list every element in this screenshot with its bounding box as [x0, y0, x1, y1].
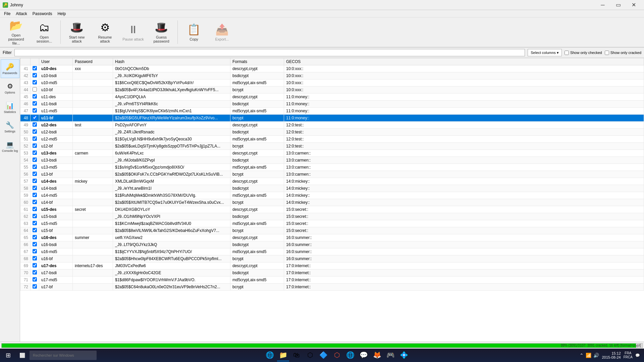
- filter-input[interactable]: [14, 49, 525, 56]
- row-checkbox[interactable]: [33, 165, 37, 169]
- row-checkbox[interactable]: [33, 136, 37, 141]
- col-user-header[interactable]: User: [39, 58, 73, 65]
- minimize-button[interactable]: ─: [595, 0, 610, 10]
- start-menu-button[interactable]: ⊞: [1, 349, 15, 362]
- taskbar-git-icon[interactable]: ⬡: [331, 349, 343, 361]
- table-row[interactable]: 61 u15-des secret DKU4DXGBOYLoY descrypt…: [20, 206, 644, 213]
- row-checkbox-cell[interactable]: [31, 94, 39, 101]
- table-row[interactable]: 68 u16-bf $2a$05$Hhcw0tpF84XEBCWRTu6EQuB…: [20, 255, 644, 262]
- taskbar-ie-icon[interactable]: 🌐: [264, 349, 276, 361]
- table-row[interactable]: 72 u17-bf $2a$05$C64n8ukaO0Ln0eO2hr31euV…: [20, 284, 644, 291]
- menu-file[interactable]: File: [1, 11, 13, 17]
- row-checkbox-cell[interactable]: [31, 171, 39, 178]
- row-checkbox-cell[interactable]: [31, 143, 39, 150]
- row-checkbox[interactable]: [33, 94, 37, 99]
- row-checkbox[interactable]: [33, 214, 37, 218]
- row-checkbox-cell[interactable]: [31, 185, 39, 192]
- table-row[interactable]: 51 u12-md5 $1$GyLVg8.N$HH9u6xh9k7jvoSyQe…: [20, 136, 644, 143]
- taskbar-explorer-icon[interactable]: 📁: [277, 349, 289, 361]
- row-checkbox-cell[interactable]: [31, 115, 39, 122]
- row-checkbox[interactable]: [33, 172, 37, 176]
- row-checkbox[interactable]: [33, 66, 37, 70]
- row-checkbox-cell[interactable]: [31, 192, 39, 199]
- row-checkbox-cell[interactable]: [31, 65, 39, 72]
- row-checkbox[interactable]: [33, 200, 37, 204]
- row-checkbox[interactable]: [33, 263, 37, 267]
- row-checkbox-cell[interactable]: [31, 284, 39, 291]
- table-row[interactable]: 71 u17-md5 $1$d86Fdpaw$IYOOR1VrhWmV.FJAa…: [20, 277, 644, 284]
- table-row[interactable]: 46 u11-bsdi _J9..vPm6TSYt4RlkK6c bsdicry…: [20, 101, 644, 108]
- table-row[interactable]: 52 u12-bf $2a$05$ueLDqSITjmK/y8gdsSzppOT…: [20, 143, 644, 150]
- table-row[interactable]: 47 u11-md5 $1$tgUVnHqS$C/K6lywCKk6/zmiN.…: [20, 108, 644, 115]
- table-row[interactable]: 62 u15-bsdi _J9..O1/hM9NpYOcVXPI bsdicry…: [20, 213, 644, 220]
- menu-attack[interactable]: Attack: [13, 11, 30, 17]
- export-button[interactable]: 📤 Export...: [209, 19, 235, 46]
- select-columns-button[interactable]: Select columns ▾: [528, 49, 562, 56]
- row-checkbox[interactable]: [33, 193, 37, 197]
- table-row[interactable]: 67 u16-md5 $1$ijCYYVXJ$Ng5nbf5X94z7QhPHY…: [20, 248, 644, 255]
- table-row[interactable]: 45 u11-des 4AysC1IDPQLkA descrypt,crypt …: [20, 94, 644, 101]
- row-checkbox[interactable]: [33, 150, 37, 155]
- close-button[interactable]: ✕: [626, 0, 641, 10]
- table-row[interactable]: 60 u14-bf $2a$05$XtUMITB7CQ5w17u0KUIYGeT…: [20, 199, 644, 206]
- row-checkbox[interactable]: [33, 235, 37, 239]
- row-checkbox[interactable]: [33, 101, 37, 106]
- table-row[interactable]: 56 u13-bf $2a$05$OKiFsK7x.CCbPGKYwRfDWOZ…: [20, 171, 644, 178]
- taskbar-dev-icon[interactable]: ⬡: [304, 349, 316, 361]
- table-row[interactable]: 49 u12-des test PsD2yvAFOFvnY descrypt,c…: [20, 122, 644, 129]
- pause-attack-button[interactable]: ⏸ Pause attack: [120, 19, 147, 46]
- table-row[interactable]: 55 u13-md5 $1$s/irig5v$1orM5xxQpz/omdjo8…: [20, 164, 644, 171]
- row-checkbox-cell[interactable]: [31, 213, 39, 220]
- row-checkbox-cell[interactable]: [31, 150, 39, 157]
- table-row[interactable]: 53 u13-des carmen 6uW/eK4PtvLxc descrypt…: [20, 150, 644, 157]
- table-row[interactable]: 58 u14-bsdi _J9../eYht.arwBIrn1I bsdicry…: [20, 185, 644, 192]
- row-checkbox-cell[interactable]: [31, 206, 39, 213]
- row-checkbox-cell[interactable]: [31, 136, 39, 143]
- row-checkbox[interactable]: [33, 122, 37, 127]
- taskbar-dev2-icon[interactable]: 💠: [398, 349, 410, 361]
- row-checkbox-cell[interactable]: [31, 122, 39, 129]
- row-checkbox[interactable]: [33, 186, 37, 190]
- sidebar-item-settings[interactable]: 🔧 Settings: [1, 118, 19, 136]
- row-checkbox[interactable]: [33, 73, 37, 77]
- tray-network[interactable]: 📶: [586, 353, 591, 358]
- action-center-button[interactable]: 💬: [635, 353, 640, 358]
- table-row[interactable]: 70 u17-bsdi _J9..zXXX6gHn0oC42GE bsdicry…: [20, 269, 644, 277]
- row-checkbox[interactable]: [33, 249, 37, 253]
- table-row[interactable]: 44 u10-bf $2a$05$v4P.Xk4ad1tPtO3JtIkhukL…: [20, 86, 644, 94]
- row-checkbox[interactable]: [33, 108, 37, 113]
- table-row[interactable]: 63 u15-md5 $1$KCmMwejI$zaqBZWACGbillvdIf…: [20, 220, 644, 227]
- row-checkbox[interactable]: [33, 129, 37, 134]
- row-checkbox-cell[interactable]: [31, 101, 39, 108]
- taskbar-steam-icon[interactable]: 🎮: [384, 349, 396, 361]
- row-checkbox[interactable]: [33, 256, 37, 260]
- col-hash-header[interactable]: Hash: [113, 58, 230, 65]
- show-only-checked-checkbox[interactable]: [565, 51, 569, 55]
- row-checkbox-cell[interactable]: [31, 178, 39, 185]
- row-checkbox-cell[interactable]: [31, 248, 39, 255]
- guess-password-button[interactable]: 🎩 Guess password: [148, 19, 175, 46]
- taskbar-search-input[interactable]: [30, 351, 97, 360]
- show-only-cracked-checkbox[interactable]: [605, 51, 609, 55]
- show-only-cracked-label[interactable]: Show only cracked: [605, 51, 641, 55]
- row-checkbox[interactable]: [33, 158, 37, 162]
- taskbar-skype-icon[interactable]: 💬: [358, 349, 370, 361]
- row-checkbox[interactable]: [33, 87, 37, 92]
- col-password-header[interactable]: Password: [73, 58, 113, 65]
- table-row[interactable]: 50 u12-bsdi _J9..Z4R.iJkntRsnadc bsdicry…: [20, 129, 644, 136]
- maximize-button[interactable]: ▭: [610, 0, 626, 10]
- table-row[interactable]: 64 u15-bf $2a$05$8wVlLNW9L4kTahG2S/KDeba…: [20, 227, 644, 234]
- row-checkbox[interactable]: [33, 143, 37, 148]
- copy-button[interactable]: 📋 Copy: [180, 19, 207, 46]
- row-checkbox-cell[interactable]: [31, 241, 39, 248]
- table-row[interactable]: 66 u16-bsdi _J9..Lf79/QGJYkz3JkQ bsdicry…: [20, 241, 644, 248]
- row-checkbox-cell[interactable]: [31, 164, 39, 171]
- row-checkbox-cell[interactable]: [31, 269, 39, 277]
- open-session-button[interactable]: 🗂 Open session...: [31, 19, 58, 46]
- row-checkbox[interactable]: [33, 228, 37, 232]
- row-checkbox-cell[interactable]: [31, 86, 39, 94]
- table-row[interactable]: 65 u16-des summer uelfi.YAGXww2 descrypt…: [20, 234, 644, 241]
- table-row[interactable]: 57 u14-des mickey XMLDLaKBmWGqxM descryp…: [20, 178, 644, 185]
- task-view-button[interactable]: ⬜: [15, 349, 29, 362]
- sidebar-item-passwords[interactable]: 🔑 Passwords: [1, 59, 19, 78]
